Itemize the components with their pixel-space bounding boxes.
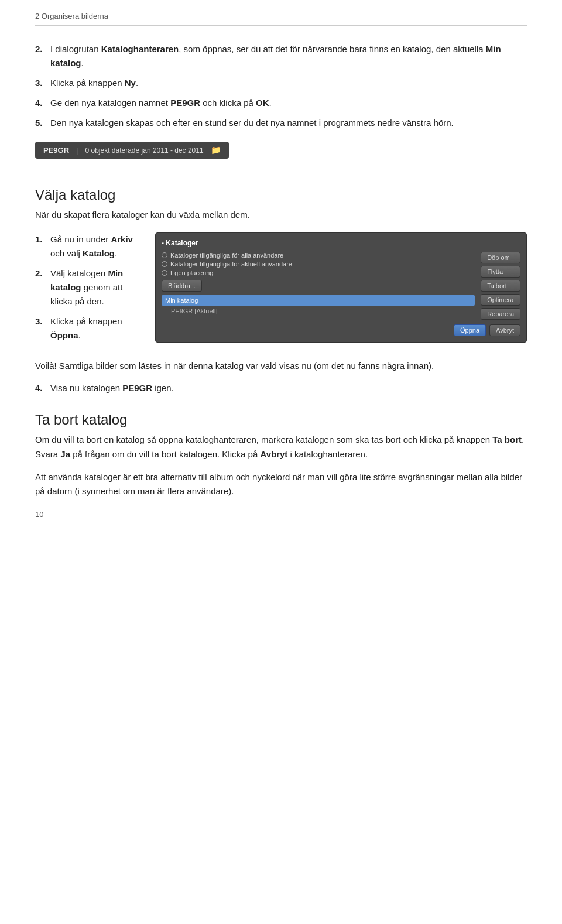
step-3: 3. Klicka på knappen Ny.	[35, 76, 527, 90]
dialog-radio-1[interactable]: Kataloger tillgängliga för alla användar…	[162, 252, 475, 259]
valja-step-3-text: Klicka på knappen Öppna.	[50, 314, 143, 343]
radio-label-1: Kataloger tillgängliga för alla användar…	[170, 252, 283, 259]
section-valja-intro: När du skapat flera kataloger kan du väx…	[35, 208, 527, 222]
catalog-item-pe9gr[interactable]: PE9GR [Aktuell]	[162, 306, 475, 316]
optimize-button[interactable]: Optimera	[481, 294, 520, 306]
step-4-visa-number: 4.	[35, 381, 47, 395]
valja-step-1: 1. Gå nu in under Arkiv och välj Katalog…	[35, 232, 143, 261]
step-3-number: 3.	[35, 76, 47, 90]
step-4-number: 4.	[35, 96, 47, 110]
page-header: 2 Organisera bilderna	[35, 12, 527, 26]
catalog-bar-name: PE9GR	[43, 146, 69, 155]
catalog-bar-separator: |	[76, 146, 78, 155]
step-2: 2. I dialogrutan Kataloghanteraren, som …	[35, 42, 527, 70]
step-2-text: I dialogrutan Kataloghanteraren, som öpp…	[50, 42, 527, 70]
valja-step-2-text: Välj katalogen Min katalog genom att kli…	[50, 266, 143, 309]
step-4-text: Ge den nya katalogen namnet PE9GR och kl…	[50, 96, 272, 110]
radio-circle-1	[162, 252, 167, 258]
dialog-left-pane: Kataloger tillgängliga för alla användar…	[162, 252, 475, 320]
katalog-dialog: - Kataloger Kataloger tillgängliga för a…	[155, 232, 527, 343]
steps-with-dialog: 1. Gå nu in under Arkiv och välj Katalog…	[35, 232, 527, 348]
dialog-radio-2[interactable]: Kataloger tillgängliga för aktuell använ…	[162, 261, 475, 268]
dialog-radio-3[interactable]: Egen placering	[162, 269, 475, 276]
step-4-visa: 4. Visa nu katalogen PE9GR igen.	[35, 381, 527, 395]
move-button[interactable]: Flytta	[481, 266, 520, 278]
radio-label-3: Egen placering	[170, 269, 213, 276]
step-4: 4. Ge den nya katalogen namnet PE9GR och…	[35, 96, 527, 110]
section-valja-heading: Välja katalog	[35, 187, 527, 203]
valja-step-2-number: 2.	[35, 266, 47, 309]
step-5: 5. Den nya katalogen skapas och efter en…	[35, 116, 527, 130]
browse-button[interactable]: Bläddra...	[162, 280, 202, 292]
catalog-bar-folder-icon: 📁	[211, 145, 221, 155]
step-5-text: Den nya katalogen skapas och efter en st…	[50, 116, 454, 130]
catalog-bar: PE9GR | 0 objekt daterade jan 2011 - dec…	[35, 142, 229, 159]
step-4-visa-text: Visa nu katalogen PE9GR igen.	[50, 381, 174, 395]
radio-label-2: Kataloger tillgängliga för aktuell använ…	[170, 261, 292, 268]
dialog-steps: 1. Gå nu in under Arkiv och välj Katalog…	[35, 232, 143, 348]
dialog-section: Kataloger tillgängliga för alla användar…	[162, 252, 520, 320]
dialog-footer: Öppna Avbryt	[162, 324, 520, 336]
step-5-number: 5.	[35, 116, 47, 130]
repair-button[interactable]: Reparera	[481, 308, 520, 320]
valja-step-1-number: 1.	[35, 232, 47, 261]
step-2-number: 2.	[35, 42, 47, 70]
browse-row: Bläddra...	[162, 280, 475, 292]
valja-step-1-text: Gå nu in under Arkiv och välj Katalog.	[50, 232, 143, 261]
open-button[interactable]: Öppna	[454, 324, 486, 336]
valja-step-3: 3. Klicka på knappen Öppna.	[35, 314, 143, 343]
section-tabort: Ta bort katalog Om du vill ta bort en ka…	[35, 412, 527, 499]
rename-button[interactable]: Döp om	[481, 252, 520, 263]
section-tabort-heading: Ta bort katalog	[35, 412, 527, 428]
section-valja-katalog: Välja katalog När du skapat flera katalo…	[35, 187, 527, 395]
dialog-container: - Kataloger Kataloger tillgängliga för a…	[155, 232, 527, 343]
delete-button[interactable]: Ta bort	[481, 280, 520, 292]
voila-text: Voilà! Samtliga bilder som lästes in när…	[35, 359, 527, 373]
valja-step-3-number: 3.	[35, 314, 47, 343]
dialog-right-buttons: Döp om Flytta Ta bort Optimera Reparera	[481, 252, 520, 320]
step-3-text: Klicka på knappen Ny.	[50, 76, 138, 90]
dialog-title: - Kataloger	[162, 239, 520, 247]
radio-circle-2	[162, 261, 167, 267]
valja-step-2: 2. Välj katalogen Min katalog genom att …	[35, 266, 143, 309]
page-number: 10	[35, 510, 43, 519]
cancel-button[interactable]: Avbryt	[489, 324, 520, 336]
catalog-item-min-katalog[interactable]: Min katalog	[162, 295, 475, 306]
radio-circle-3	[162, 270, 167, 276]
tabort-para-2: Att använda kataloger är ett bra alterna…	[35, 470, 527, 499]
catalog-list: Min katalog PE9GR [Aktuell]	[162, 295, 475, 316]
catalog-bar-info: 0 objekt daterade jan 2011 - dec 2011	[85, 146, 203, 155]
chapter-title: 2 Organisera bilderna	[35, 12, 108, 20]
tabort-para-1: Om du vill ta bort en katalog så öppna k…	[35, 433, 527, 462]
